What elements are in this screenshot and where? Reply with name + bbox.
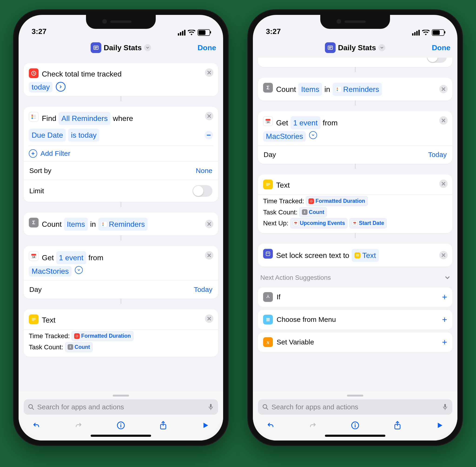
workflow-canvas[interactable]: Check total time tracked today — [19, 58, 223, 441]
day-row[interactable]: Day Today — [24, 281, 218, 298]
reminders-variable-pill[interactable]: Reminders — [98, 218, 148, 231]
text-body[interactable]: Time Tracked: Formatted Duration Task Co… — [24, 330, 218, 357]
label: Task Count: — [263, 207, 298, 218]
calendar-name-pill[interactable]: MacStories — [29, 266, 72, 276]
label: Choose from Menu — [276, 316, 336, 324]
day-row[interactable]: Day Today — [258, 146, 452, 164]
done-button[interactable]: Done — [198, 43, 216, 52]
title-menu-button[interactable] — [144, 44, 151, 51]
delete-action-button[interactable] — [439, 85, 448, 93]
limit-toggle[interactable] — [427, 58, 447, 63]
home-indicator[interactable] — [325, 435, 385, 437]
undo-button[interactable] — [31, 420, 41, 430]
action-find-reminders[interactable]: Find All Reminders where Due Date is tod… — [24, 107, 218, 202]
text: from — [88, 252, 103, 263]
collapse-button[interactable] — [309, 131, 317, 139]
label: Task Count: — [29, 342, 63, 353]
delete-action-button[interactable] — [205, 112, 213, 120]
action-count[interactable]: Σ Count Items in Reminders — [24, 213, 218, 235]
count-variable[interactable]: Σ Count — [299, 207, 327, 217]
info-button[interactable] — [116, 420, 126, 430]
sort-row[interactable]: Sort by None — [24, 162, 218, 180]
redo-button[interactable] — [74, 420, 84, 430]
search-bar[interactable]: Search for apps and actions — [24, 399, 218, 415]
upcoming-events-variable[interactable]: 14 Upcoming Events — [290, 218, 348, 228]
add-suggestion-button[interactable]: + — [442, 292, 447, 302]
svg-rect-54 — [266, 318, 270, 319]
if-icon — [263, 292, 273, 302]
share-button[interactable] — [158, 420, 168, 430]
filter-field-pill[interactable]: Due Date — [29, 129, 66, 142]
action-get-event[interactable]: 14 Get 1 event from MacStories — [24, 246, 218, 298]
chevron-down-icon — [445, 275, 450, 280]
label: Time Tracked: — [29, 330, 70, 342]
action-get-event[interactable]: 14 Get 1 event from MacStories — [258, 111, 452, 164]
collapse-button[interactable] — [75, 266, 83, 274]
event-count-pill[interactable]: 1 event — [56, 251, 86, 264]
expand-button[interactable] — [56, 82, 65, 92]
reminders-variable-pill[interactable]: Reminders — [333, 83, 382, 96]
svg-rect-45 — [294, 222, 297, 223]
play-button[interactable] — [200, 420, 211, 430]
today-pill[interactable]: today — [29, 82, 52, 92]
delete-action-button[interactable] — [205, 220, 213, 228]
home-indicator[interactable] — [91, 435, 151, 437]
delete-action-button[interactable] — [205, 314, 213, 323]
formatted-duration-variable[interactable]: Formatted Duration — [306, 196, 367, 206]
delete-action-button[interactable] — [439, 180, 448, 188]
suggestion-if[interactable]: If + — [258, 287, 452, 307]
suggestion-set-variable[interactable]: x Set Variable + — [258, 333, 452, 352]
mic-icon[interactable] — [442, 403, 448, 411]
all-reminders-pill[interactable]: All Reminders — [59, 112, 110, 125]
title-menu-button[interactable] — [378, 44, 385, 51]
label: Limit — [29, 187, 44, 195]
workflow-canvas[interactable]: Σ Count Items in Reminders — [253, 58, 457, 441]
action-set-lock-screen[interactable]: 9:41 Set lock screen text to Text — [258, 244, 452, 267]
limit-toggle[interactable] — [192, 185, 213, 197]
undo-button[interactable] — [265, 420, 276, 430]
calendar-name-pill[interactable]: MacStories — [263, 131, 306, 142]
delete-action-button[interactable] — [439, 116, 448, 125]
var-label: Count — [75, 343, 90, 352]
count-variable[interactable]: Σ Count — [65, 342, 92, 352]
suggestion-choose-menu[interactable]: Choose from Menu + — [258, 310, 452, 329]
mic-icon[interactable] — [208, 403, 214, 411]
suggestions-header[interactable]: Next Action Suggestions — [258, 267, 452, 284]
add-filter-button[interactable]: Add Filter — [24, 146, 218, 161]
delete-action-button[interactable] — [205, 251, 213, 259]
action-text[interactable]: Text Time Tracked: Formatted Duration — [24, 309, 218, 357]
value: Today — [194, 285, 213, 294]
event-count-pill[interactable]: 1 event — [290, 116, 321, 129]
items-pill[interactable]: Items — [298, 83, 322, 96]
start-date-variable[interactable]: 14 Start Date — [349, 218, 387, 228]
share-button[interactable] — [392, 420, 402, 430]
text-body[interactable]: Time Tracked: Formatted Duration Task Co… — [258, 195, 452, 233]
add-suggestion-button[interactable]: + — [442, 315, 447, 325]
delete-action-button[interactable] — [205, 68, 213, 77]
remove-filter-button[interactable] — [204, 131, 213, 139]
prev-card-tail — [258, 58, 452, 67]
items-pill[interactable]: Items — [64, 218, 88, 231]
filter-condition-pill[interactable]: is today — [68, 129, 99, 142]
variable-icon: x — [263, 337, 273, 347]
formatted-duration-variable[interactable]: Formatted Duration — [72, 331, 133, 341]
done-button[interactable]: Done — [432, 43, 451, 52]
svg-point-12 — [102, 222, 103, 223]
connector — [24, 235, 218, 240]
delete-action-button[interactable] — [439, 251, 448, 259]
add-suggestion-button[interactable]: + — [442, 337, 447, 347]
action-text[interactable]: Text Time Tracked: Formatted Duration — [258, 174, 452, 233]
play-button[interactable] — [435, 420, 445, 430]
limit-row: Limit — [24, 180, 218, 202]
info-button[interactable] — [350, 420, 360, 430]
action-title: Text — [42, 314, 56, 325]
search-bar[interactable]: Search for apps and actions — [258, 399, 452, 415]
text-variable-pill[interactable]: Text — [352, 249, 379, 262]
action-track-time[interactable]: Check total time tracked today — [24, 63, 218, 96]
sheet-grabber[interactable] — [347, 395, 363, 397]
pill-label: Reminders — [109, 219, 145, 230]
action-count[interactable]: Σ Count Items in Reminders — [258, 78, 452, 101]
sheet-grabber[interactable] — [113, 395, 129, 397]
menu-icon — [263, 315, 273, 324]
redo-button[interactable] — [308, 420, 318, 430]
